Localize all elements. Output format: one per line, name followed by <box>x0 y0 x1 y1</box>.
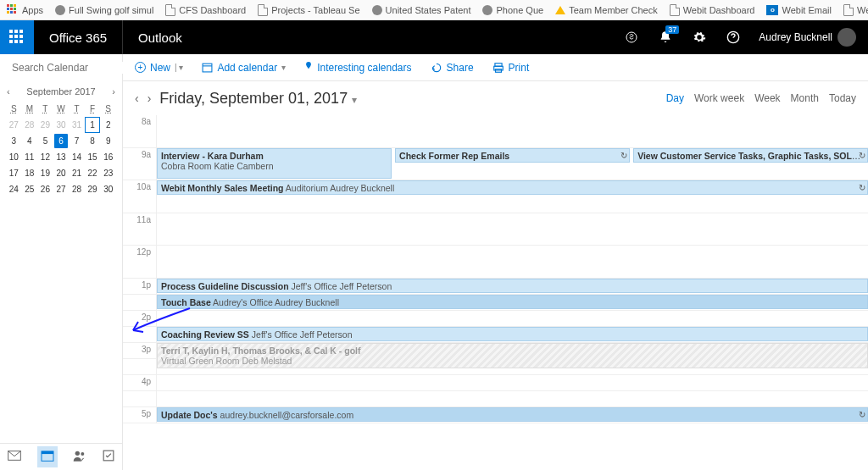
bookmark-item[interactable]: Full Swing golf simul <box>55 5 153 15</box>
bookmark-item[interactable]: oWebit Email <box>766 5 831 15</box>
minical-day[interactable]: 31 <box>70 118 84 132</box>
event[interactable]: Update Doc's audrey.bucknell@carsforsale… <box>157 407 868 422</box>
calendar-module[interactable] <box>37 446 58 467</box>
minical-day[interactable]: 2 <box>101 118 115 132</box>
minical-day[interactable]: 21 <box>70 166 84 180</box>
date-next[interactable]: › <box>147 91 152 105</box>
people-module[interactable] <box>73 450 86 464</box>
minical-day[interactable]: 30 <box>101 182 115 196</box>
minical-day[interactable]: 7 <box>70 134 84 148</box>
pin-icon <box>304 62 313 74</box>
minical-day[interactable]: 27 <box>54 182 69 196</box>
minical-day[interactable]: 28 <box>70 182 84 196</box>
minical-day[interactable]: 16 <box>101 150 115 164</box>
bookmark-item[interactable]: CFS Dashboard <box>165 4 246 16</box>
bookmark-icon <box>165 4 175 16</box>
minical-day[interactable]: 5 <box>38 134 53 148</box>
event[interactable]: Check Former Rep Emails↻ <box>395 148 630 163</box>
time-label <box>123 327 157 342</box>
recurring-icon: ↻ <box>620 151 627 160</box>
bookmark-item[interactable]: Webit LM <box>843 4 868 16</box>
svg-point-7 <box>75 451 80 456</box>
date-title[interactable]: Friday, September 01, 2017 ▾ <box>159 90 357 108</box>
bookmark-item[interactable]: Apps <box>7 4 43 16</box>
notifications-button[interactable]: 37 <box>648 20 682 54</box>
bookmark-item[interactable]: Team Member Check <box>555 5 658 15</box>
app-launcher[interactable] <box>0 20 34 54</box>
skype-button[interactable] <box>615 20 648 54</box>
add-calendar-button[interactable]: Add calendar ▾ <box>202 62 286 74</box>
tasks-module[interactable] <box>103 450 114 464</box>
event[interactable]: Touch Base Audrey's Office Audrey Buckne… <box>157 295 868 309</box>
bookmark-item[interactable]: Phone Que <box>482 5 543 15</box>
event[interactable]: Webit Monthly Sales Meeting Auditorium A… <box>157 180 868 195</box>
minical-day[interactable]: 14 <box>70 150 84 164</box>
share-icon <box>431 62 442 74</box>
svg-rect-10 <box>203 64 212 72</box>
minical-day[interactable]: 24 <box>7 182 21 196</box>
bookmark-icon <box>372 5 382 15</box>
share-button[interactable]: Share <box>431 62 474 74</box>
bookmark-item[interactable]: Webit Dashboard <box>670 4 755 16</box>
minical-day[interactable]: 4 <box>23 134 37 148</box>
minical-day[interactable]: 12 <box>38 150 53 164</box>
calendar-surface[interactable]: 8a 9a Interview - Kara DurhamCobra Room … <box>123 115 868 470</box>
minical-day[interactable]: 3 <box>7 134 21 148</box>
minical-day[interactable]: 1 <box>86 118 100 132</box>
date-prev[interactable]: ‹ <box>135 91 139 105</box>
minical-next[interactable]: › <box>112 86 115 97</box>
view-week[interactable]: Week <box>754 92 780 104</box>
minical-prev[interactable]: ‹ <box>7 86 10 97</box>
minical-day[interactable]: 27 <box>7 118 21 132</box>
minical-day[interactable]: 17 <box>7 166 21 180</box>
minical-day[interactable]: 15 <box>86 150 100 164</box>
minical-day[interactable]: 25 <box>23 182 37 196</box>
minical-day[interactable]: 26 <box>38 182 53 196</box>
minical-day[interactable]: 30 <box>54 118 69 132</box>
minical-day[interactable]: 10 <box>7 150 21 164</box>
view-month[interactable]: Month <box>791 92 819 104</box>
time-label: 11a <box>123 213 157 246</box>
help-button[interactable] <box>716 20 750 54</box>
minical-day[interactable]: 23 <box>101 166 115 180</box>
search-calendar[interactable] <box>0 54 122 81</box>
time-label: 5p <box>123 407 157 423</box>
minical-day[interactable]: 29 <box>86 182 100 196</box>
help-icon <box>726 30 740 44</box>
minical-dow: T <box>38 102 53 116</box>
view-day[interactable]: Day <box>666 92 684 104</box>
minical-day[interactable]: 11 <box>23 150 37 164</box>
view-today[interactable]: Today <box>829 92 856 104</box>
user-menu[interactable]: Audrey Bucknell <box>750 28 868 47</box>
minical-day[interactable]: 28 <box>23 118 37 132</box>
settings-button[interactable] <box>682 20 716 54</box>
event[interactable]: Coaching Review SS Jeff's Office Jeff Pe… <box>157 327 868 341</box>
minical-day[interactable]: 29 <box>38 118 53 132</box>
minical-day[interactable]: 13 <box>54 150 69 164</box>
minical-day[interactable]: 8 <box>86 134 100 148</box>
view-workweek[interactable]: Work week <box>694 92 744 104</box>
minical-day[interactable]: 19 <box>38 166 53 180</box>
time-label: 12p <box>123 246 157 278</box>
mail-module[interactable] <box>8 451 21 463</box>
interesting-calendars-button[interactable]: Interesting calendars <box>304 62 411 74</box>
user-name: Audrey Bucknell <box>759 31 832 43</box>
skype-icon <box>625 30 638 44</box>
minical-day[interactable]: 9 <box>101 134 115 148</box>
app-name[interactable]: Outlook <box>122 20 198 54</box>
new-button[interactable]: + New | ▾ <box>135 62 183 74</box>
minical-title[interactable]: September 2017 <box>26 86 95 97</box>
minical-day[interactable]: 6 <box>54 134 69 148</box>
search-input[interactable] <box>12 62 139 74</box>
event[interactable]: Interview - Kara DurhamCobra Room Katie … <box>157 148 392 179</box>
minical-day[interactable]: 18 <box>23 166 37 180</box>
minical-day[interactable]: 22 <box>86 166 100 180</box>
event[interactable]: Process Guideline Discussion Jeff's Offi… <box>157 279 868 293</box>
minical-day[interactable]: 20 <box>54 166 69 180</box>
bookmark-item[interactable]: Projects - Tableau Se <box>258 4 359 16</box>
print-button[interactable]: Print <box>492 62 530 74</box>
bookmark-item[interactable]: United States Patent <box>372 5 471 15</box>
event[interactable]: View Customer Service Tasks, Graphic Tas… <box>633 148 868 163</box>
suite-name[interactable]: Office 365 <box>34 30 122 45</box>
minical-dow: S <box>7 102 21 116</box>
